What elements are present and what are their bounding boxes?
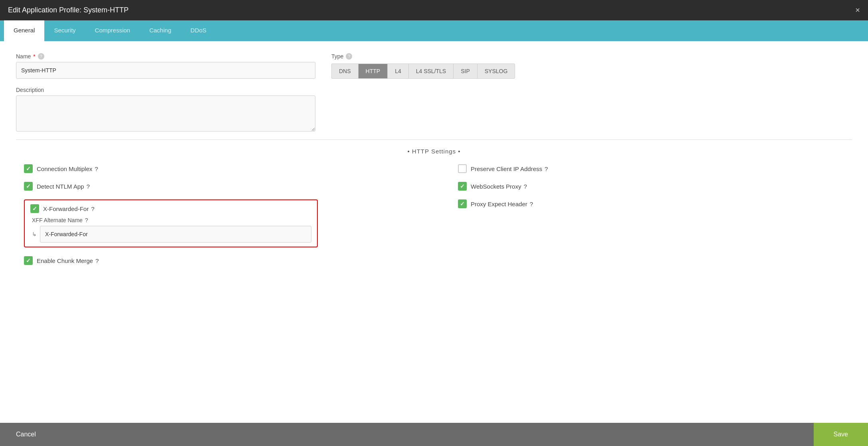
checkbox-enable-chunk-merge[interactable]	[24, 256, 33, 265]
checkbox-xff[interactable]	[30, 204, 39, 213]
type-help-icon[interactable]: ?	[346, 53, 352, 60]
settings-left: Connection Multiplex ? Detect NTLM App ?	[24, 164, 434, 274]
title-bar: Edit Application Profile: System-HTTP ×	[0, 0, 868, 20]
type-btn-http[interactable]: HTTP	[358, 64, 388, 79]
tab-bar: General Security Compression Caching DDo…	[0, 20, 868, 41]
xff-row: X-Forwarded-For ?	[30, 204, 311, 213]
checkbox-connection-multiplex[interactable]	[24, 164, 33, 173]
checkbox-proxy-expect-header[interactable]	[458, 199, 467, 208]
footer: Cancel Save	[0, 423, 868, 446]
xff-arrow-icon: ↳	[32, 231, 37, 237]
tab-general[interactable]: General	[4, 20, 44, 41]
type-btn-dns[interactable]: DNS	[331, 64, 358, 79]
type-btn-sip[interactable]: SIP	[453, 64, 477, 79]
setting-connection-multiplex: Connection Multiplex ?	[24, 164, 410, 173]
tab-compression[interactable]: Compression	[85, 20, 140, 41]
type-btn-l4[interactable]: L4	[387, 64, 408, 79]
setting-websockets-proxy: WebSockets Proxy ?	[458, 182, 844, 191]
setting-enable-chunk-merge: Enable Chunk Merge ?	[24, 256, 410, 265]
save-button[interactable]: Save	[814, 423, 868, 446]
type-label: Type ?	[331, 53, 852, 60]
section-divider	[16, 139, 852, 140]
proxy-expect-help-icon[interactable]: ?	[530, 201, 533, 207]
description-label: Description	[16, 87, 315, 93]
name-group: Name * ?	[16, 53, 315, 79]
name-type-row: Name * ? Type ? DNS HTTP L4 L4 SSL/TLS S…	[16, 53, 852, 79]
description-row: Description	[16, 87, 852, 131]
detect-ntlm-help-icon[interactable]: ?	[86, 183, 89, 190]
edit-profile-window: Edit Application Profile: System-HTTP × …	[0, 0, 868, 446]
name-required-star: *	[33, 53, 35, 60]
close-button[interactable]: ×	[855, 6, 860, 15]
setting-detect-ntlm: Detect NTLM App ?	[24, 182, 410, 191]
checkbox-detect-ntlm[interactable]	[24, 182, 33, 191]
window-title: Edit Application Profile: System-HTTP	[8, 6, 129, 14]
tab-security[interactable]: Security	[44, 20, 85, 41]
chunk-merge-help-icon[interactable]: ?	[95, 257, 99, 264]
xff-block: X-Forwarded-For ? XFF Alternate Name ? ↳	[24, 199, 318, 247]
xff-alternate-input[interactable]	[40, 226, 311, 243]
type-btn-syslog[interactable]: SYSLOG	[477, 64, 515, 79]
http-settings-grid: Connection Multiplex ? Detect NTLM App ?	[16, 164, 852, 274]
setting-preserve-client-ip: Preserve Client IP Address ?	[458, 164, 844, 173]
tab-caching[interactable]: Caching	[140, 20, 181, 41]
desc-group: Description	[16, 87, 315, 131]
type-group: Type ? DNS HTTP L4 L4 SSL/TLS SIP SYSLOG	[331, 53, 852, 79]
settings-right: Preserve Client IP Address ? WebSockets …	[434, 164, 844, 274]
type-btn-l4ssl[interactable]: L4 SSL/TLS	[408, 64, 454, 79]
xff-alternate: XFF Alternate Name ? ↳	[32, 217, 311, 243]
content-area: Name * ? Type ? DNS HTTP L4 L4 SSL/TLS S…	[0, 41, 868, 423]
checkbox-websockets-proxy[interactable]	[458, 182, 467, 191]
setting-proxy-expect-header: Proxy Expect Header ?	[458, 199, 844, 208]
connection-multiplex-help-icon[interactable]: ?	[95, 165, 98, 172]
name-help-icon[interactable]: ?	[38, 53, 44, 60]
cancel-button[interactable]: Cancel	[0, 423, 52, 446]
name-label: Name * ?	[16, 53, 315, 60]
xff-altname-help-icon[interactable]: ?	[85, 217, 88, 223]
xff-help-icon[interactable]: ?	[91, 205, 94, 212]
description-textarea[interactable]	[16, 96, 315, 131]
checkbox-preserve-client-ip[interactable]	[458, 164, 467, 173]
tab-ddos[interactable]: DDoS	[181, 20, 216, 41]
websockets-help-icon[interactable]: ?	[523, 183, 527, 190]
preserve-ip-help-icon[interactable]: ?	[545, 165, 548, 172]
http-settings-title: • HTTP Settings •	[16, 148, 852, 155]
name-input[interactable]	[16, 62, 315, 79]
type-buttons: DNS HTTP L4 L4 SSL/TLS SIP SYSLOG	[331, 64, 852, 79]
